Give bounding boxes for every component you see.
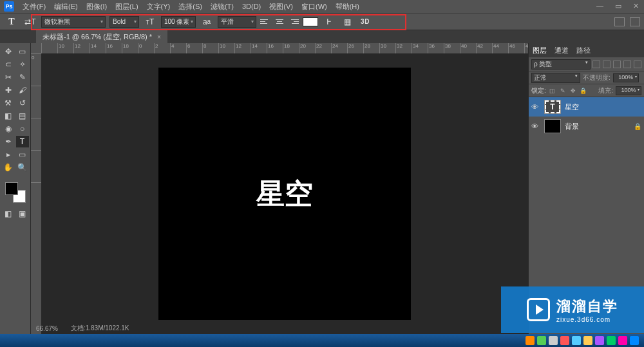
tray-icon[interactable]: [526, 336, 535, 345]
shape-tool[interactable]: ▭: [16, 149, 29, 160]
tray-icon[interactable]: [630, 336, 639, 345]
menu-file[interactable]: 文件(F): [23, 2, 46, 12]
menu-type[interactable]: 文字(Y): [147, 2, 171, 12]
healing-tool[interactable]: ✚: [2, 84, 15, 96]
crop-tool[interactable]: ✂: [2, 71, 15, 83]
tray-icon[interactable]: [583, 336, 592, 345]
antialias-select[interactable]: 平滑: [218, 16, 256, 28]
tab-layers[interactable]: 图层: [533, 46, 547, 55]
zoom-level[interactable]: 66.67%: [36, 325, 58, 332]
quick-mask-button[interactable]: ◧: [2, 208, 15, 220]
path-select-tool[interactable]: ▸: [2, 149, 15, 160]
eraser-tool[interactable]: ◧: [2, 110, 15, 122]
move-tool[interactable]: ✥: [2, 46, 15, 57]
tab-channels[interactable]: 通道: [554, 46, 569, 55]
document-info[interactable]: 文档:1.83M/1022.1K: [71, 324, 129, 333]
canvas-viewport[interactable]: 星空: [41, 53, 528, 334]
menu-image[interactable]: 图像(I): [86, 2, 107, 12]
blur-tool[interactable]: ◉: [2, 123, 15, 135]
layer-name[interactable]: 星空: [565, 102, 579, 112]
screen-mode-button[interactable]: ▣: [16, 208, 29, 220]
eyedropper-tool[interactable]: ✎: [16, 71, 29, 83]
tray-icon[interactable]: [537, 336, 546, 345]
align-center-button[interactable]: [274, 17, 285, 27]
close-icon[interactable]: ✕: [633, 2, 639, 10]
align-left-button[interactable]: [260, 17, 270, 27]
filter-adjust-icon[interactable]: [603, 61, 611, 68]
layer-row[interactable]: 👁 T 星空: [529, 97, 644, 117]
menu-edit[interactable]: 编辑(E): [54, 2, 78, 12]
stamp-tool[interactable]: ⚒: [2, 97, 15, 109]
screen-mode-icon[interactable]: [630, 17, 640, 26]
color-picker[interactable]: [5, 182, 26, 203]
horizontal-ruler[interactable]: 1012141618024681012141618202224262830323…: [41, 43, 528, 53]
layer-thumbnail[interactable]: T: [544, 100, 561, 114]
tray-icon[interactable]: [618, 336, 627, 345]
text-color-swatch[interactable]: [303, 17, 318, 26]
canvas-text-layer[interactable]: 星空: [256, 175, 313, 213]
hand-tool[interactable]: ✋: [2, 162, 15, 173]
zoom-tool[interactable]: 🔍: [16, 162, 29, 173]
dodge-tool[interactable]: ○: [16, 123, 29, 135]
foreground-color[interactable]: [5, 182, 18, 195]
filter-shape-icon[interactable]: [623, 61, 631, 68]
font-size-select[interactable]: 100 像素: [161, 16, 196, 28]
font-family-select[interactable]: 微软雅黑: [41, 16, 106, 28]
menu-select[interactable]: 选择(S): [178, 2, 202, 12]
visibility-toggle-icon[interactable]: 👁: [531, 103, 540, 111]
menu-3d[interactable]: 3D(D): [242, 3, 261, 10]
magic-wand-tool[interactable]: ✧: [16, 59, 29, 70]
opacity-label: 不透明度:: [583, 73, 611, 82]
filter-smart-icon[interactable]: [634, 61, 641, 68]
view-extras-icon[interactable]: [614, 17, 625, 26]
menu-window[interactable]: 窗口(W): [301, 2, 327, 12]
menu-view[interactable]: 视图(V): [269, 2, 293, 12]
blend-mode-select[interactable]: 正常: [531, 73, 580, 83]
font-weight-select[interactable]: Bold: [109, 16, 139, 28]
tray-icon[interactable]: [560, 336, 569, 345]
layer-filter-select[interactable]: ρ 类型: [531, 59, 591, 70]
lock-transparent-icon[interactable]: ◫: [549, 87, 556, 95]
tray-icon[interactable]: [595, 336, 604, 345]
tab-paths[interactable]: 路径: [576, 46, 591, 55]
document-title: 未标题-1 @ 66.7% (星空, RGB/8) *: [43, 32, 152, 42]
maximize-icon[interactable]: ▭: [615, 2, 621, 10]
brush-tool[interactable]: 🖌: [16, 84, 29, 96]
tray-icon[interactable]: [549, 336, 558, 345]
opacity-value[interactable]: 100%: [613, 73, 639, 82]
fill-value[interactable]: 100%: [616, 86, 641, 95]
text-orientation-icon[interactable]: ⇄T: [23, 16, 37, 28]
canvas[interactable]: 星空: [158, 68, 411, 320]
layer-thumbnail[interactable]: [544, 119, 561, 133]
active-tool-indicator[interactable]: T: [4, 15, 19, 28]
align-right-button[interactable]: [289, 17, 299, 27]
character-panel-button[interactable]: ▦: [340, 16, 354, 28]
app-logo[interactable]: Ps: [4, 1, 14, 12]
type-tool[interactable]: T: [16, 136, 29, 147]
history-brush-tool[interactable]: ↺: [16, 97, 29, 109]
vertical-ruler[interactable]: 0: [31, 53, 41, 334]
marquee-tool[interactable]: ▭: [16, 46, 29, 57]
menu-filter[interactable]: 滤镜(T): [211, 2, 234, 12]
layer-row[interactable]: 👁 背景 🔒: [529, 117, 644, 136]
lock-all-icon[interactable]: 🔒: [580, 87, 587, 95]
lock-pixels-icon[interactable]: ✎: [559, 87, 567, 95]
tray-icon[interactable]: [572, 336, 581, 345]
ruler-corner: [31, 43, 41, 53]
minimize-icon[interactable]: —: [596, 2, 603, 10]
warp-text-button[interactable]: Ⱶ: [322, 16, 336, 28]
lasso-tool[interactable]: ⊂: [2, 59, 15, 70]
gradient-tool[interactable]: ▤: [16, 110, 29, 122]
visibility-toggle-icon[interactable]: 👁: [531, 122, 540, 130]
close-tab-icon[interactable]: ×: [157, 33, 161, 41]
filter-type-icon[interactable]: [613, 61, 621, 68]
menu-help[interactable]: 帮助(H): [336, 2, 359, 12]
document-tab[interactable]: 未标题-1 @ 66.7% (星空, RGB/8) * ×: [36, 30, 167, 43]
pen-tool[interactable]: ✒: [2, 136, 15, 147]
layer-name[interactable]: 背景: [565, 122, 579, 131]
tray-icon[interactable]: [607, 336, 616, 345]
3d-button[interactable]: 3D: [358, 16, 372, 28]
menu-layer[interactable]: 图层(L): [115, 2, 138, 12]
lock-position-icon[interactable]: ✥: [569, 87, 577, 95]
filter-pixel-icon[interactable]: [592, 61, 600, 68]
